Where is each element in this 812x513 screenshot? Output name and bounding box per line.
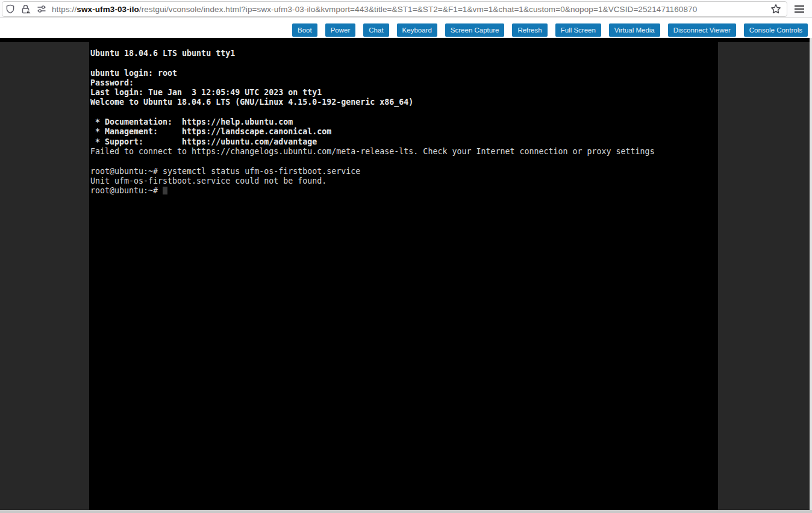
terminal-line: Password: (90, 78, 718, 88)
terminal-line: ubuntu login: root (90, 69, 718, 78)
terminal-line: * Support: https://ubuntu.com/advantage (90, 137, 718, 147)
terminal-line: Unit ufm-os-firstboot.service could not … (90, 176, 718, 186)
toolbar-button-full-screen[interactable]: Full Screen (555, 23, 601, 37)
url-scheme: https:// (52, 5, 77, 14)
terminal-line: Ubuntu 18.04.6 LTS ubuntu tty1 (90, 49, 718, 58)
url-path: /restgui/vconsole/index.html?ip=swx-ufm3… (139, 5, 697, 14)
terminal-line: root@ubuntu:~# systemctl status ufm-os-f… (90, 167, 718, 176)
url-input[interactable]: https://swx-ufm3-03-ilo/restgui/vconsole… (2, 1, 787, 17)
bookmark-star-icon[interactable] (767, 4, 787, 14)
terminal-output: Ubuntu 18.04.6 LTS ubuntu tty1ubuntu log… (89, 38, 718, 196)
terminal-line (90, 58, 718, 68)
console-viewport: Ubuntu 18.04.6 LTS ubuntu tty1ubuntu log… (0, 38, 812, 513)
terminal-line: root@ubuntu:~# (90, 186, 718, 196)
toolbar-button-screen-capture[interactable]: Screen Capture (445, 23, 505, 37)
menu-icon[interactable] (790, 2, 808, 16)
lock-warning-icon[interactable] (18, 2, 34, 16)
terminal-screen[interactable]: Ubuntu 18.04.6 LTS ubuntu tty1ubuntu log… (89, 38, 718, 510)
terminal-line (90, 108, 718, 117)
terminal-line: * Documentation: https://help.ubuntu.com (90, 117, 718, 127)
terminal-line: * Management: https://landscape.canonica… (90, 127, 718, 137)
toolbar-button-boot[interactable]: Boot (292, 23, 317, 37)
terminal-line (90, 157, 718, 166)
terminal-line: Failed to connect to https://changelogs.… (90, 147, 718, 157)
url-text: https://swx-ufm3-03-ilo/restgui/vconsole… (49, 5, 767, 14)
console-toolbar: BootPowerChatKeyboardScreen CaptureRefre… (0, 19, 812, 38)
browser-address-bar: https://swx-ufm3-03-ilo/restgui/vconsole… (0, 0, 812, 18)
toolbar-button-disconnect-viewer[interactable]: Disconnect Viewer (668, 23, 736, 37)
shield-icon[interactable] (2, 2, 18, 16)
sliders-icon[interactable] (34, 2, 49, 16)
toolbar-button-virtual-media[interactable]: Virtual Media (609, 23, 660, 37)
toolbar-button-refresh[interactable]: Refresh (512, 23, 547, 37)
vertical-scrollbar[interactable] (810, 38, 812, 510)
toolbar-button-keyboard[interactable]: Keyboard (397, 23, 437, 37)
toolbar-button-chat[interactable]: Chat (363, 23, 389, 37)
terminal-line: Welcome to Ubuntu 18.04.6 LTS (GNU/Linux… (90, 98, 718, 107)
horizontal-scrollbar[interactable] (0, 510, 812, 513)
terminal-line: Last login: Tue Jan 3 12:05:49 UTC 2023 … (90, 88, 718, 98)
terminal-cursor (163, 187, 167, 194)
toolbar-button-console-controls[interactable]: Console Controls (744, 23, 808, 37)
url-domain: swx-ufm3-03-ilo (77, 5, 139, 14)
toolbar-button-power[interactable]: Power (325, 23, 356, 37)
